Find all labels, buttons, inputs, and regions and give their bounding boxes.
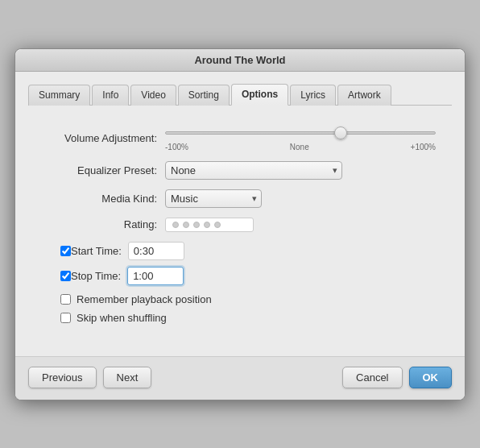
media-kind-select-wrapper: Music Movie TV Show Podcast (165, 189, 262, 208)
rating-dot-2[interactable] (183, 222, 189, 228)
rating-dot-5[interactable] (214, 222, 221, 228)
start-time-checkbox[interactable] (60, 246, 71, 256)
remember-checkbox[interactable] (60, 294, 71, 305)
next-button[interactable]: Next (103, 367, 152, 388)
equalizer-select-wrapper: None Acoustic Bass Booster Classical Dan… (165, 161, 342, 180)
volume-slider-container: -100% None +100% (165, 125, 436, 151)
start-time-label: Start Time: (71, 245, 122, 257)
volume-max-label: +100% (411, 143, 436, 151)
volume-slider-labels: -100% None +100% (165, 143, 436, 151)
equalizer-row: Equalizer Preset: None Acoustic Bass Boo… (44, 161, 436, 180)
rating-dot-1[interactable] (172, 222, 179, 228)
content-area: Summary Info Video Sorting Options Lyric… (15, 72, 465, 356)
tab-lyrics[interactable]: Lyrics (290, 85, 336, 106)
rating-dot-4[interactable] (204, 222, 210, 228)
volume-slider-thumb[interactable] (334, 127, 347, 139)
main-window: Around The World Summary Info Video Sort… (14, 48, 466, 400)
volume-label: Volume Adjustment: (44, 132, 157, 144)
rating-dot-3[interactable] (193, 222, 200, 228)
tab-artwork[interactable]: Artwork (337, 85, 391, 106)
remember-label: Remember playback position (77, 293, 212, 305)
skip-row: Skip when shuffling (44, 312, 436, 324)
previous-button[interactable]: Previous (28, 367, 97, 388)
start-time-row: Start Time: (44, 242, 436, 260)
rating-row: Rating: (44, 218, 436, 232)
equalizer-select[interactable]: None Acoustic Bass Booster Classical Dan… (165, 161, 342, 180)
button-bar-left: Previous Next (28, 367, 151, 388)
skip-label: Skip when shuffling (77, 312, 167, 324)
equalizer-label: Equalizer Preset: (44, 164, 157, 176)
tab-options[interactable]: Options (231, 84, 288, 106)
start-time-input[interactable] (128, 242, 184, 260)
remember-row: Remember playback position (44, 293, 436, 305)
button-bar-right: Cancel OK (342, 367, 452, 388)
stop-time-row: Stop Time: (44, 267, 436, 285)
stop-time-label: Stop Time: (71, 270, 121, 282)
ok-button[interactable]: OK (409, 367, 453, 388)
media-kind-label: Media Kind: (44, 193, 157, 205)
volume-min-label: -100% (165, 143, 188, 151)
tab-info[interactable]: Info (92, 85, 129, 106)
rating-label: Rating: (44, 218, 157, 230)
cancel-button[interactable]: Cancel (342, 367, 402, 388)
tab-summary[interactable]: Summary (28, 85, 90, 106)
media-kind-row: Media Kind: Music Movie TV Show Podcast (44, 189, 436, 208)
tab-bar: Summary Info Video Sorting Options Lyric… (28, 83, 452, 106)
stop-time-input[interactable] (127, 267, 184, 285)
media-kind-select[interactable]: Music Movie TV Show Podcast (165, 189, 262, 208)
skip-checkbox[interactable] (60, 313, 71, 323)
volume-row: Volume Adjustment: -100% None +100% (44, 125, 436, 151)
window-title: Around The World (194, 54, 285, 66)
button-bar: Previous Next Cancel OK (15, 356, 465, 400)
tab-sorting[interactable]: Sorting (178, 85, 230, 106)
stop-time-checkbox[interactable] (60, 271, 71, 281)
volume-slider-track (165, 131, 436, 135)
rating-field[interactable] (165, 218, 254, 232)
title-bar: Around The World (15, 49, 465, 72)
volume-none-label: None (290, 143, 309, 151)
form-area: Volume Adjustment: -100% None +100% (28, 117, 452, 346)
volume-slider-wrapper[interactable] (165, 125, 436, 141)
tab-video[interactable]: Video (130, 85, 176, 106)
